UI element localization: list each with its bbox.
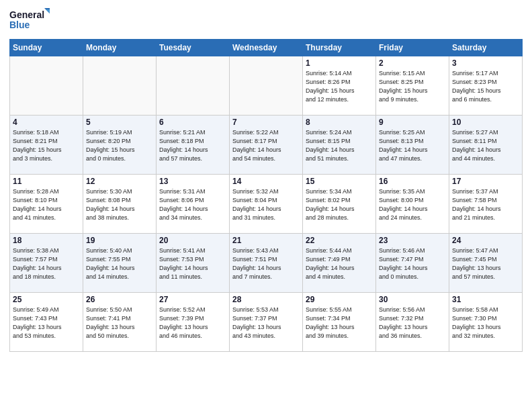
day-info: Sunrise: 5:27 AM Sunset: 8:11 PM Dayligh… [452, 128, 519, 163]
day-number: 21 [232, 236, 300, 245]
day-number: 25 [13, 295, 80, 304]
calendar-cell: 26Sunrise: 5:50 AM Sunset: 7:41 PM Dayli… [83, 293, 157, 352]
calendar-cell: 4Sunrise: 5:18 AM Sunset: 8:21 PM Daylig… [10, 116, 83, 175]
calendar-cell: 12Sunrise: 5:30 AM Sunset: 8:08 PM Dayli… [83, 175, 157, 234]
day-number: 16 [379, 177, 446, 186]
calendar-cell: 20Sunrise: 5:41 AM Sunset: 7:53 PM Dayli… [157, 234, 230, 293]
day-info: Sunrise: 5:18 AM Sunset: 8:21 PM Dayligh… [13, 128, 80, 163]
calendar-cell: 18Sunrise: 5:38 AM Sunset: 7:57 PM Dayli… [10, 234, 83, 293]
day-number: 23 [379, 236, 446, 245]
calendar-cell: 8Sunrise: 5:24 AM Sunset: 8:15 PM Daylig… [303, 116, 376, 175]
day-number: 15 [306, 177, 373, 186]
col-friday: Friday [376, 40, 449, 56]
day-info: Sunrise: 5:40 AM Sunset: 7:55 PM Dayligh… [86, 246, 153, 281]
day-number: 14 [232, 177, 300, 186]
calendar-cell: 6Sunrise: 5:21 AM Sunset: 8:18 PM Daylig… [157, 116, 230, 175]
calendar-cell [157, 56, 230, 116]
calendar-cell: 28Sunrise: 5:53 AM Sunset: 7:37 PM Dayli… [230, 293, 303, 352]
calendar-cell: 19Sunrise: 5:40 AM Sunset: 7:55 PM Dayli… [83, 234, 157, 293]
calendar-week-row: 4Sunrise: 5:18 AM Sunset: 8:21 PM Daylig… [10, 116, 523, 175]
calendar-week-row: 18Sunrise: 5:38 AM Sunset: 7:57 PM Dayli… [10, 234, 523, 293]
day-number: 11 [13, 177, 80, 186]
calendar-cell [83, 56, 157, 116]
calendar-cell: 15Sunrise: 5:34 AM Sunset: 8:02 PM Dayli… [303, 175, 376, 234]
day-info: Sunrise: 5:31 AM Sunset: 8:06 PM Dayligh… [159, 187, 226, 222]
day-info: Sunrise: 5:41 AM Sunset: 7:53 PM Dayligh… [159, 246, 226, 281]
day-number: 30 [379, 295, 446, 304]
day-number: 31 [452, 295, 519, 304]
calendar-cell: 17Sunrise: 5:37 AM Sunset: 7:58 PM Dayli… [449, 175, 523, 234]
calendar-cell: 25Sunrise: 5:49 AM Sunset: 7:43 PM Dayli… [10, 293, 83, 352]
day-info: Sunrise: 5:47 AM Sunset: 7:45 PM Dayligh… [452, 246, 519, 281]
col-saturday: Saturday [449, 40, 523, 56]
svg-marker-3 [46, 9, 50, 13]
calendar-cell: 14Sunrise: 5:32 AM Sunset: 8:04 PM Dayli… [230, 175, 303, 234]
calendar-cell [230, 56, 303, 116]
day-number: 18 [13, 236, 80, 245]
calendar-cell: 16Sunrise: 5:35 AM Sunset: 8:00 PM Dayli… [376, 175, 449, 234]
col-wednesday: Wednesday [230, 40, 303, 56]
calendar-table: Sunday Monday Tuesday Wednesday Thursday… [9, 39, 523, 352]
day-info: Sunrise: 5:25 AM Sunset: 8:13 PM Dayligh… [379, 128, 446, 163]
day-info: Sunrise: 5:44 AM Sunset: 7:49 PM Dayligh… [306, 246, 373, 281]
day-info: Sunrise: 5:37 AM Sunset: 7:58 PM Dayligh… [452, 187, 519, 222]
calendar-week-row: 1Sunrise: 5:14 AM Sunset: 8:26 PM Daylig… [10, 56, 523, 116]
day-info: Sunrise: 5:30 AM Sunset: 8:08 PM Dayligh… [86, 187, 153, 222]
logo-svg: General Blue [9, 7, 50, 34]
col-tuesday: Tuesday [157, 40, 230, 56]
calendar-cell: 11Sunrise: 5:28 AM Sunset: 8:10 PM Dayli… [10, 175, 83, 234]
day-number: 20 [159, 236, 226, 245]
day-number: 7 [232, 118, 300, 127]
day-info: Sunrise: 5:49 AM Sunset: 7:43 PM Dayligh… [13, 306, 80, 340]
calendar-cell: 21Sunrise: 5:43 AM Sunset: 7:51 PM Dayli… [230, 234, 303, 293]
day-number: 19 [86, 236, 153, 245]
day-info: Sunrise: 5:43 AM Sunset: 7:51 PM Dayligh… [232, 246, 300, 281]
calendar-cell: 22Sunrise: 5:44 AM Sunset: 7:49 PM Dayli… [303, 234, 376, 293]
day-info: Sunrise: 5:28 AM Sunset: 8:10 PM Dayligh… [13, 187, 80, 222]
day-number: 29 [306, 295, 373, 304]
page-container: General Blue Sunday Monday Tuesday Wedne… [0, 0, 532, 357]
day-number: 4 [13, 118, 80, 127]
svg-text:General: General [9, 9, 44, 20]
calendar-cell: 7Sunrise: 5:22 AM Sunset: 8:17 PM Daylig… [230, 116, 303, 175]
calendar-cell: 10Sunrise: 5:27 AM Sunset: 8:11 PM Dayli… [449, 116, 523, 175]
day-number: 8 [306, 118, 373, 127]
calendar-cell: 31Sunrise: 5:58 AM Sunset: 7:30 PM Dayli… [449, 293, 523, 352]
calendar-cell [10, 56, 83, 116]
day-number: 24 [452, 236, 519, 245]
calendar-week-row: 11Sunrise: 5:28 AM Sunset: 8:10 PM Dayli… [10, 175, 523, 234]
day-info: Sunrise: 5:14 AM Sunset: 8:26 PM Dayligh… [306, 69, 373, 104]
svg-text:Blue: Blue [9, 19, 30, 30]
day-number: 12 [86, 177, 153, 186]
calendar-cell: 9Sunrise: 5:25 AM Sunset: 8:13 PM Daylig… [376, 116, 449, 175]
day-number: 22 [306, 236, 373, 245]
day-info: Sunrise: 5:38 AM Sunset: 7:57 PM Dayligh… [13, 246, 80, 281]
header: General Blue [9, 7, 523, 34]
col-sunday: Sunday [10, 40, 83, 56]
day-number: 13 [159, 177, 226, 186]
day-info: Sunrise: 5:22 AM Sunset: 8:17 PM Dayligh… [232, 128, 300, 163]
logo: General Blue [9, 7, 50, 34]
calendar-cell: 5Sunrise: 5:19 AM Sunset: 8:20 PM Daylig… [83, 116, 157, 175]
day-number: 17 [452, 177, 519, 186]
day-info: Sunrise: 5:55 AM Sunset: 7:34 PM Dayligh… [306, 306, 373, 340]
day-number: 26 [86, 295, 153, 304]
day-number: 9 [379, 118, 446, 127]
calendar-week-row: 25Sunrise: 5:49 AM Sunset: 7:43 PM Dayli… [10, 293, 523, 352]
day-info: Sunrise: 5:35 AM Sunset: 8:00 PM Dayligh… [379, 187, 446, 222]
day-info: Sunrise: 5:15 AM Sunset: 8:25 PM Dayligh… [379, 69, 446, 104]
day-number: 27 [159, 295, 226, 304]
calendar-cell: 27Sunrise: 5:52 AM Sunset: 7:39 PM Dayli… [157, 293, 230, 352]
day-info: Sunrise: 5:50 AM Sunset: 7:41 PM Dayligh… [86, 306, 153, 340]
day-number: 6 [159, 118, 226, 127]
day-info: Sunrise: 5:32 AM Sunset: 8:04 PM Dayligh… [232, 187, 300, 222]
calendar-cell: 30Sunrise: 5:56 AM Sunset: 7:32 PM Dayli… [376, 293, 449, 352]
day-number: 3 [452, 58, 519, 68]
calendar-cell: 24Sunrise: 5:47 AM Sunset: 7:45 PM Dayli… [449, 234, 523, 293]
day-number: 1 [306, 58, 373, 68]
calendar-cell: 3Sunrise: 5:17 AM Sunset: 8:23 PM Daylig… [449, 56, 523, 116]
calendar-cell: 1Sunrise: 5:14 AM Sunset: 8:26 PM Daylig… [303, 56, 376, 116]
calendar-cell: 13Sunrise: 5:31 AM Sunset: 8:06 PM Dayli… [157, 175, 230, 234]
day-info: Sunrise: 5:19 AM Sunset: 8:20 PM Dayligh… [86, 128, 153, 163]
day-info: Sunrise: 5:52 AM Sunset: 7:39 PM Dayligh… [159, 306, 226, 340]
